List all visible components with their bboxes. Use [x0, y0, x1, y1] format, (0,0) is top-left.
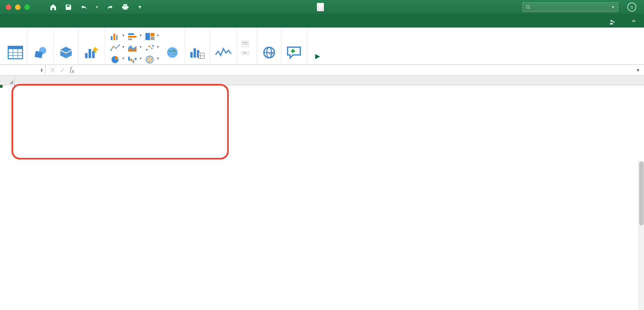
- svg-point-27: [146, 49, 148, 51]
- ribbon-slicer-button: [241, 41, 252, 47]
- ribbon-sparklines-button[interactable]: [210, 29, 237, 64]
- name-box-stepper[interactable]: ▴▾: [41, 68, 43, 72]
- vertical-scrollbar[interactable]: [638, 161, 644, 310]
- undo-icon[interactable]: [80, 3, 88, 11]
- svg-point-30: [153, 45, 154, 47]
- spreadsheet-grid[interactable]: [0, 76, 644, 310]
- zoom-window-button[interactable]: [24, 4, 30, 10]
- select-all-corner[interactable]: [0, 76, 15, 85]
- ribbon-addins-button[interactable]: [54, 29, 78, 64]
- data-table: [15, 85, 16, 86]
- svg-rect-35: [135, 58, 136, 60]
- quick-access-toolbar: ▼ ▾: [49, 3, 141, 11]
- svg-rect-34: [133, 60, 134, 63]
- formula-input[interactable]: [79, 66, 632, 74]
- ribbon-filters-group: [237, 29, 257, 64]
- svg-rect-15: [113, 34, 115, 40]
- excel-file-icon: [317, 3, 324, 11]
- svg-rect-20: [145, 33, 150, 40]
- search-input[interactable]: [533, 4, 611, 11]
- search-dropdown-icon[interactable]: ▼: [611, 5, 615, 9]
- print-icon[interactable]: [121, 3, 129, 11]
- svg-point-1: [632, 6, 633, 7]
- qat-customize-icon[interactable]: ▾: [138, 4, 141, 11]
- ribbon-new-comment-button[interactable]: [282, 29, 308, 64]
- formula-buttons: ✕ ✓ fx: [45, 66, 79, 75]
- pie-chart-icon[interactable]: ▼: [108, 55, 122, 64]
- svg-rect-51: [243, 52, 246, 53]
- ribbon-pivot-chart-button[interactable]: [185, 29, 210, 64]
- cancel-formula-icon[interactable]: ✕: [50, 66, 55, 74]
- svg-rect-42: [194, 48, 196, 58]
- fx-icon[interactable]: fx: [70, 66, 74, 75]
- svg-point-40: [167, 47, 178, 58]
- home-icon[interactable]: [49, 3, 57, 11]
- svg-rect-18: [128, 36, 136, 37]
- area-chart-icon[interactable]: ▼: [126, 43, 140, 53]
- ribbon-recommended-charts-button[interactable]: [78, 29, 105, 64]
- ribbon-charts-gallery: ▼ ▼ ▼ ▼ ▼ ▼ ▼ ▼ ▼: [105, 29, 160, 64]
- window-controls: [6, 4, 30, 10]
- svg-rect-32: [128, 57, 130, 61]
- share-button[interactable]: [604, 17, 623, 28]
- name-box[interactable]: ▴▾: [0, 65, 45, 75]
- enter-formula-icon[interactable]: ✓: [60, 66, 65, 74]
- formula-bar: ▴▾ ✕ ✓ fx ▼: [0, 65, 644, 76]
- line-chart-icon[interactable]: ▼: [108, 43, 122, 53]
- redo-icon[interactable]: [106, 3, 114, 11]
- macos-titlebar: ▼ ▾ ▼: [0, 0, 644, 14]
- ribbon-illustrations-button[interactable]: [28, 29, 54, 64]
- column-headers: [0, 76, 644, 85]
- save-icon[interactable]: [64, 3, 73, 11]
- svg-rect-48: [243, 42, 248, 43]
- ribbon-tabs: ⌃: [0, 14, 644, 28]
- treemap-chart-icon[interactable]: ▼: [143, 32, 157, 41]
- scatter-chart-icon[interactable]: ▼: [143, 43, 157, 53]
- svg-point-2: [611, 20, 613, 22]
- svg-rect-12: [88, 49, 91, 58]
- highlight-annotation: [12, 84, 229, 159]
- ribbon-text-cut: ▸: [308, 29, 323, 64]
- active-cell-indicator: [0, 85, 2, 87]
- radar-chart-icon[interactable]: ▼: [143, 55, 157, 64]
- document-title: [317, 3, 327, 11]
- svg-point-23: [110, 50, 111, 51]
- minimize-window-button[interactable]: [15, 4, 21, 10]
- svg-rect-33: [130, 59, 132, 61]
- scrollbar-thumb[interactable]: [639, 161, 644, 225]
- column-chart-icon[interactable]: ▼: [108, 32, 122, 41]
- svg-rect-13: [92, 51, 95, 58]
- svg-rect-49: [243, 44, 248, 45]
- svg-rect-17: [128, 33, 134, 35]
- svg-rect-19: [128, 38, 132, 40]
- svg-rect-22: [151, 37, 154, 40]
- svg-point-28: [149, 46, 150, 47]
- undo-dropdown-icon[interactable]: ▼: [95, 5, 99, 9]
- sheet-search[interactable]: ▼: [522, 2, 618, 12]
- ribbon-scroll-icon[interactable]: ▸: [312, 38, 323, 61]
- svg-point-0: [631, 6, 632, 7]
- ribbon-link-button[interactable]: [257, 29, 282, 64]
- svg-point-24: [113, 46, 114, 47]
- svg-point-25: [115, 48, 117, 49]
- svg-rect-10: [35, 51, 43, 58]
- ribbon-timeline-button: [241, 50, 252, 56]
- svg-point-29: [151, 48, 153, 49]
- svg-rect-41: [190, 52, 193, 58]
- close-window-button[interactable]: [6, 4, 11, 10]
- ribbon-tables-button[interactable]: [3, 29, 28, 64]
- svg-rect-14: [111, 36, 112, 40]
- svg-rect-11: [85, 53, 87, 58]
- collapse-ribbon-icon[interactable]: ⌃: [623, 19, 644, 28]
- feedback-icon[interactable]: [627, 3, 636, 12]
- svg-rect-16: [116, 35, 118, 40]
- waterfall-chart-icon[interactable]: ▼: [126, 55, 140, 64]
- svg-point-26: [119, 45, 120, 46]
- expand-formula-bar-icon[interactable]: ▼: [632, 68, 644, 73]
- ribbon-insert: ▼ ▼ ▼ ▼ ▼ ▼ ▼ ▼ ▼ ▸: [0, 28, 644, 65]
- bar-chart-icon[interactable]: ▼: [126, 32, 140, 41]
- ribbon-maps-button[interactable]: [160, 29, 185, 64]
- svg-rect-4: [8, 46, 23, 49]
- svg-rect-21: [151, 33, 154, 36]
